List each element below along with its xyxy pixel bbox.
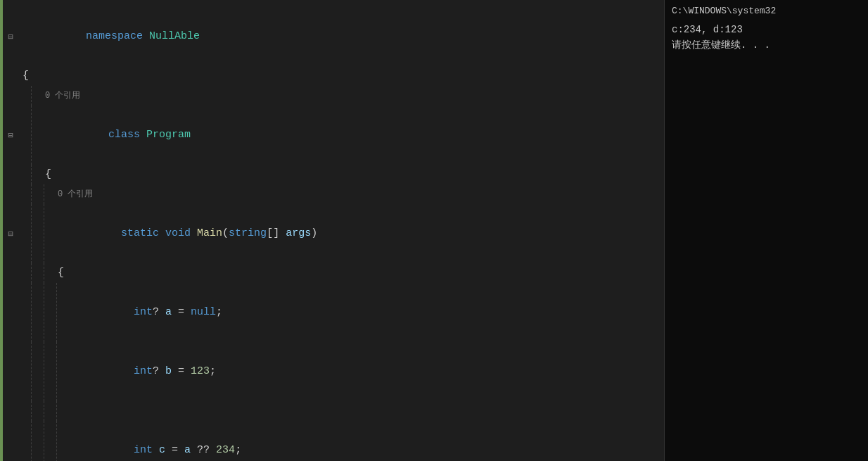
col-collapse-3 <box>0 263 21 283</box>
collapse-icon-class[interactable]: ⊟ <box>8 130 13 141</box>
terminal-output: c:234, d:123 请按任意键继续. . . <box>672 22 861 53</box>
num-123: 123 <box>191 365 210 377</box>
terminal-panel: C:\WINDOWS\system32 c:234, d:123 请按任意键继续… <box>664 0 868 461</box>
code-line-int-b: int? b = 123; <box>0 342 664 401</box>
namespace-keyword: namespace <box>86 30 143 42</box>
int-keyword-c: int <box>134 444 153 456</box>
int-b-line: int? b = 123; <box>69 342 664 401</box>
collapse-main[interactable]: ⊟ <box>0 204 21 263</box>
class-keyword: class <box>108 129 140 141</box>
num-234-c: 234 <box>216 444 235 456</box>
brace-open-2: { <box>44 165 664 184</box>
code-area: ⊟ namespace NullAble { 0 个引用 ⊟ <box>0 0 664 461</box>
var-c: c <box>159 444 165 456</box>
collapse-namespace[interactable]: ⊟ <box>0 7 21 66</box>
collapse-class[interactable]: ⊟ <box>0 106 21 165</box>
class-line-code: class Program <box>44 106 664 165</box>
brace-open-3: { <box>56 263 664 283</box>
static-keyword: static <box>121 227 159 239</box>
string-keyword: string <box>229 227 267 239</box>
editor-panel: ⊟ namespace NullAble { 0 个引用 ⊟ <box>0 0 664 461</box>
code-line-ref0: 0 个引用 <box>0 86 664 106</box>
args-param: args <box>286 227 311 239</box>
int-keyword-a: int <box>134 306 153 318</box>
collapse-icon-namespace[interactable]: ⊟ <box>8 32 13 42</box>
code-lines: ⊟ namespace NullAble { 0 个引用 ⊟ <box>0 7 664 461</box>
code-line-empty1 <box>0 401 664 421</box>
terminal-title: C:\WINDOWS\system32 <box>672 6 861 16</box>
code-line-ref1: 0 个引用 <box>0 184 664 204</box>
code-line-class: ⊟ class Program <box>0 106 664 165</box>
namespace-name: NullAble <box>149 30 200 42</box>
brace-open-1: { <box>21 66 664 86</box>
int-a-line: int? a = null; <box>69 283 664 342</box>
ref-hint-0: 0 个引用 <box>44 86 664 106</box>
main-method-name: Main <box>197 227 222 239</box>
terminal-line1: c:234, d:123 <box>672 22 861 37</box>
ref-hint-1: 0 个引用 <box>56 184 664 204</box>
collapse-icon-main[interactable]: ⊟ <box>8 229 13 239</box>
main-method-line: static void Main(string[] args) <box>56 204 664 263</box>
col-collapse-1 <box>0 66 21 86</box>
var-a: a <box>165 306 172 318</box>
var-b: b <box>165 365 172 377</box>
namespace-line-code: namespace NullAble <box>21 7 664 66</box>
col-collapse-b <box>0 342 21 401</box>
int-keyword-b: int <box>134 365 153 377</box>
code-line-brace3: { <box>0 263 664 283</box>
code-line-brace2: { <box>0 165 664 184</box>
null-keyword-a: null <box>191 306 216 318</box>
void-keyword: void <box>165 227 191 239</box>
code-line-namespace: ⊟ namespace NullAble <box>0 7 664 66</box>
code-line-brace1: { <box>0 66 664 86</box>
class-name: Program <box>146 129 191 141</box>
col-collapse-a <box>0 283 21 342</box>
col-collapse-2 <box>0 165 21 184</box>
int-c-line: int c = a ?? 234; <box>69 421 664 461</box>
terminal-line2: 请按任意键继续. . . <box>672 37 861 53</box>
col-collapse-r0 <box>0 86 21 106</box>
col-collapse-r1 <box>0 184 21 204</box>
code-line-main: ⊟ static void Main(string[] args) <box>0 204 664 263</box>
var-a-ref: a <box>184 444 191 456</box>
col-collapse-c <box>0 421 21 461</box>
code-line-int-c: int c = a ?? 234; <box>0 421 664 461</box>
code-line-int-a: int? a = null; <box>0 283 664 342</box>
